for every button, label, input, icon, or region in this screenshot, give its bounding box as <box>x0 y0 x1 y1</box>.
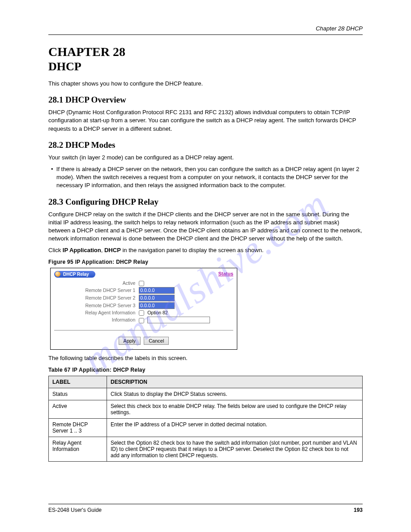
status-link[interactable]: Status <box>218 271 233 276</box>
section-heading-overview: 28.1 DHCP Overview <box>48 95 363 105</box>
dhcp-relay-panel: DHCP Relay Status Active Remote DHCP Ser… <box>50 268 237 349</box>
panel-orb-icon <box>55 271 60 277</box>
table-row: Relay Agent Information Select the Optio… <box>49 437 363 462</box>
section-heading-modes: 28.2 DHCP Modes <box>48 140 363 150</box>
dhcp-form: Active Remote DHCP Server 1 Remote DHCP … <box>61 279 226 323</box>
panel-divider <box>54 330 233 330</box>
remote-server2-input[interactable] <box>139 295 175 301</box>
overview-text: DHCP (Dynamic Host Configuration Protoco… <box>48 108 363 133</box>
modes-bullet: If there is already a DHCP server on the… <box>56 166 360 189</box>
apply-button[interactable]: Apply <box>119 337 141 345</box>
label-information: Information <box>61 316 137 324</box>
page-header-right: Chapter 28 DHCP <box>316 25 363 32</box>
label-relay-agent: Relay Agent Information <box>61 309 137 316</box>
active-checkbox[interactable] <box>139 281 144 286</box>
information-checkbox[interactable] <box>139 318 144 323</box>
option82-label: Option 82 <box>147 310 168 315</box>
section-heading-relay: 28.3 Configuring DHCP Relay <box>48 197 363 207</box>
table-caption: Table 67 IP Application: DHCP Relay <box>48 367 363 373</box>
table-row: Remote DHCP Server 1 .. 3 Enter the IP a… <box>49 419 363 437</box>
col-description: DESCRIPTION <box>107 376 363 388</box>
modes-text: Your switch (in layer 2 mode) can be con… <box>48 154 363 162</box>
option82-checkbox[interactable] <box>139 310 144 316</box>
col-label: LABEL <box>49 376 107 388</box>
information-input[interactable] <box>147 317 210 323</box>
table-intro: The following table describes the labels… <box>48 354 363 362</box>
label-active: Active <box>61 279 137 286</box>
figure-caption: Figure 95 IP Application: DHCP Relay <box>48 259 363 265</box>
remote-server3-input[interactable] <box>139 302 175 309</box>
table-row: Active Select this check box to enable D… <box>49 400 363 419</box>
panel-title-pill: DHCP Relay <box>54 271 95 278</box>
label-description-table: LABEL DESCRIPTION Status Click Status to… <box>48 376 363 462</box>
footer-left: ES-2048 User's Guide <box>48 507 102 513</box>
remote-server1-input[interactable] <box>139 287 175 294</box>
label-remote2: Remote DHCP Server 2 <box>61 294 137 302</box>
relay-p2: Click IP Application, DHCP in the naviga… <box>48 246 363 254</box>
chapter-title: DHCP <box>48 60 363 73</box>
table-row: Status Click Status to display the DHCP … <box>49 388 363 400</box>
intro-paragraph: This chapter shows you how to configure … <box>48 80 363 88</box>
relay-p1: Configure DHCP relay on the switch if th… <box>48 210 363 243</box>
cancel-button[interactable]: Cancel <box>144 337 169 345</box>
footer-page-number: 193 <box>354 507 363 513</box>
page-footer: ES-2048 User's Guide 193 <box>48 504 363 513</box>
label-remote3: Remote DHCP Server 3 <box>61 302 137 309</box>
panel-title-text: DHCP Relay <box>63 272 89 277</box>
chapter-number: CHAPTER 28 <box>48 45 363 59</box>
label-remote1: Remote DHCP Server 1 <box>61 287 137 294</box>
